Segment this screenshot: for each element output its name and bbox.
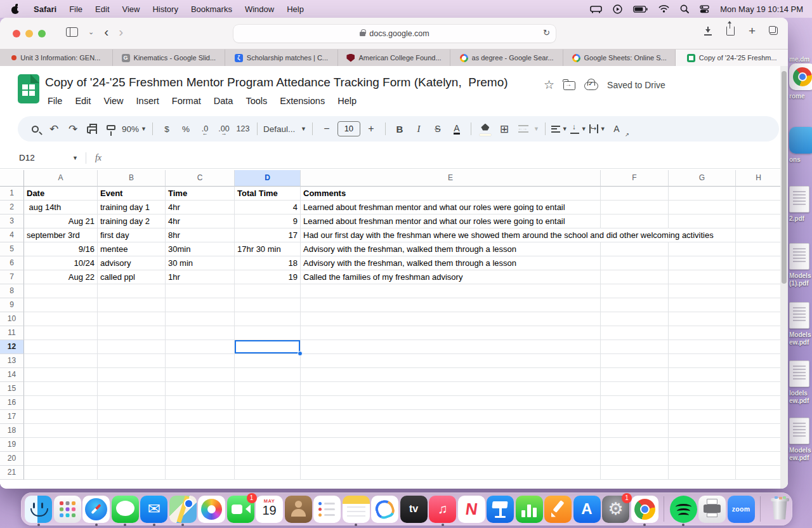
cell-B5[interactable]: mentee — [98, 242, 166, 256]
cell-F14[interactable] — [601, 368, 669, 382]
row-header-17[interactable]: 17 — [0, 410, 24, 424]
cell-F3[interactable] — [601, 214, 669, 228]
cell-H13[interactable] — [736, 354, 782, 368]
cell-C4[interactable]: 8hr — [166, 228, 235, 242]
row-header-5[interactable]: 5 — [0, 242, 24, 256]
cell-H3[interactable] — [736, 214, 782, 228]
cell-F21[interactable] — [601, 466, 669, 480]
text-rotation-button[interactable]: A — [608, 120, 625, 138]
desktop-file-5[interactable]: Models (1).pdf — [789, 243, 812, 287]
cell-B20[interactable] — [98, 452, 166, 466]
cell-D6[interactable]: 18 — [235, 256, 301, 270]
cell-G6[interactable] — [669, 256, 736, 270]
cell-F6[interactable] — [601, 256, 669, 270]
cell-G16[interactable] — [669, 396, 736, 410]
tab-5[interactable]: as degree - Google Sear... — [450, 50, 563, 66]
cell-C8[interactable] — [166, 284, 235, 298]
cell-C11[interactable] — [166, 326, 235, 340]
cell-D9[interactable] — [235, 298, 301, 312]
cell-D2[interactable]: 4 — [235, 201, 301, 214]
share-icon[interactable] — [726, 26, 735, 36]
cell-D17[interactable] — [235, 410, 301, 424]
tab-2[interactable]: GKinematics - Google Slid... — [113, 50, 226, 66]
col-header-F[interactable]: F — [601, 170, 669, 187]
cell-H17[interactable] — [736, 410, 782, 424]
menubar-item-bookmarks[interactable]: Bookmarks — [185, 4, 239, 14]
dock-notes[interactable] — [343, 496, 370, 523]
row-header-8[interactable]: 8 — [0, 284, 24, 298]
dock-numbers[interactable] — [516, 496, 543, 523]
sheets-logo-icon[interactable] — [18, 74, 39, 103]
dock-settings[interactable]: ⚙1 — [602, 496, 629, 523]
reload-icon[interactable]: ↻ — [543, 28, 550, 37]
cell-H12[interactable] — [736, 340, 782, 354]
cell-C9[interactable] — [166, 298, 235, 312]
cell-H14[interactable] — [736, 368, 782, 382]
tab-4[interactable]: American College Found... — [338, 50, 451, 66]
cell-H21[interactable] — [736, 466, 782, 480]
currency-format-button[interactable]: $ — [159, 120, 175, 138]
menubar-clock[interactable]: Mon May 19 10:14 PM — [720, 4, 803, 14]
cell-F18[interactable] — [601, 424, 669, 438]
cell-E6[interactable]: Advisory with the freshman, walked them … — [301, 256, 601, 270]
cell-F2[interactable] — [601, 201, 669, 214]
desktop-file-8[interactable]: Models ew.pdf — [789, 418, 812, 461]
cell-G15[interactable] — [669, 382, 736, 396]
cell-B9[interactable] — [98, 298, 166, 312]
cell-B15[interactable] — [98, 382, 166, 396]
cell-G3[interactable] — [669, 214, 736, 228]
downloads-icon[interactable] — [704, 27, 712, 36]
cell-F11[interactable] — [601, 326, 669, 340]
cell-B18[interactable] — [98, 424, 166, 438]
sidebar-icon[interactable] — [66, 27, 78, 37]
dock-maps[interactable] — [169, 496, 197, 523]
cell-H18[interactable] — [736, 424, 782, 438]
cell-F7[interactable] — [601, 270, 669, 284]
cell-H5[interactable] — [736, 242, 782, 256]
desktop-file-3[interactable]: ons — [789, 127, 812, 164]
row-header-6[interactable]: 6 — [0, 256, 24, 270]
undo-button[interactable]: ↶ — [46, 120, 62, 138]
cell-D13[interactable] — [235, 354, 301, 368]
cell-A6[interactable]: 10/24 — [24, 256, 98, 270]
cell-E18[interactable] — [301, 424, 601, 438]
cell-A18[interactable] — [24, 424, 98, 438]
col-header-H[interactable]: H — [736, 170, 782, 187]
desktop-file-2[interactable]: rome — [789, 63, 812, 100]
cell-C18[interactable] — [166, 424, 235, 438]
col-header-B[interactable]: B — [98, 170, 166, 187]
cell-H2[interactable] — [736, 201, 782, 214]
cell-F5[interactable] — [601, 242, 669, 256]
tab-1[interactable]: Unit 3 Information: GEN... — [0, 50, 113, 66]
cell-A14[interactable] — [24, 368, 98, 382]
cell-D7[interactable]: 19 — [235, 270, 301, 284]
cell-E13[interactable] — [301, 354, 601, 368]
increase-font-size-button[interactable]: + — [363, 120, 379, 138]
tab-overview-icon[interactable] — [769, 27, 778, 35]
cell-G19[interactable] — [669, 438, 736, 452]
dock-appletv[interactable]: tv — [400, 496, 428, 523]
cell-D19[interactable] — [235, 438, 301, 452]
redo-button[interactable]: ↷ — [65, 120, 81, 138]
cell-A7[interactable]: Aug 22 — [24, 270, 98, 284]
fx-icon[interactable]: fx — [95, 153, 102, 163]
cell-D21[interactable] — [235, 466, 301, 480]
col-header-G[interactable]: G — [669, 170, 736, 187]
horizontal-align-button[interactable]: ▼ — [551, 120, 568, 138]
address-bar[interactable]: docs.google.com ↻ — [233, 25, 556, 43]
cell-F16[interactable] — [601, 396, 669, 410]
fill-handle[interactable] — [298, 351, 303, 356]
cell-E5[interactable]: Advisory with the freshman, walked them … — [301, 242, 601, 256]
cell-G21[interactable] — [669, 466, 736, 480]
cell-G2[interactable] — [669, 201, 736, 214]
cell-H19[interactable] — [736, 438, 782, 452]
cell-F10[interactable] — [601, 312, 669, 326]
dock-safari[interactable] — [82, 496, 110, 523]
grid-corner[interactable] — [0, 170, 24, 187]
col-header-E[interactable]: E — [301, 170, 601, 187]
row-header-10[interactable]: 10 — [0, 312, 24, 326]
cell-G12[interactable] — [669, 340, 736, 354]
close-window-button[interactable] — [13, 30, 20, 37]
cell-C16[interactable] — [166, 396, 235, 410]
row-header-19[interactable]: 19 — [0, 438, 24, 452]
